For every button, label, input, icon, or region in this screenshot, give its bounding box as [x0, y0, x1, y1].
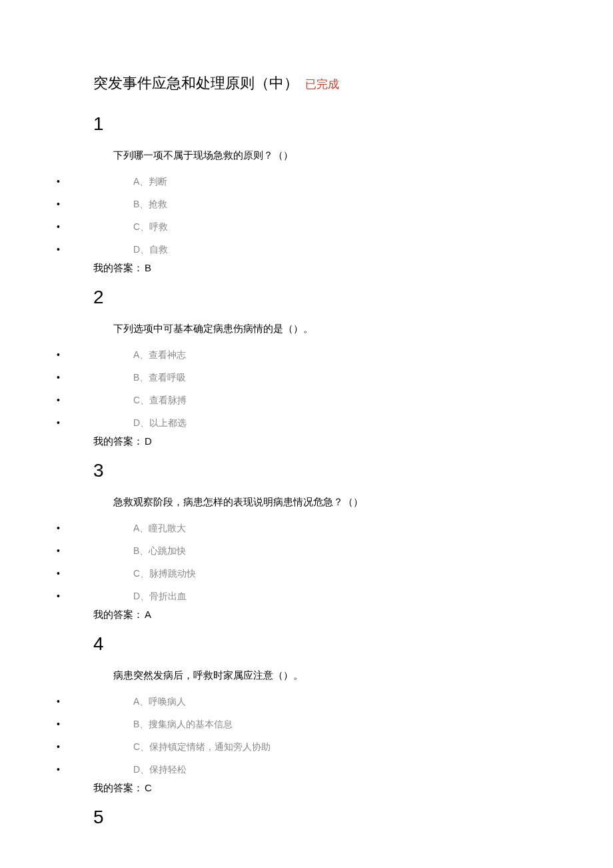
list-item: D、自救 — [93, 238, 613, 261]
option-text: 脉搏跳动快 — [149, 568, 196, 579]
option-text: 搜集病人的基本信息 — [149, 719, 233, 729]
option-label: A、 — [133, 349, 149, 360]
answer-value: C — [145, 782, 152, 793]
question-text: 下列哪一项不属于现场急救的原则？（） — [93, 149, 613, 162]
question-number: 5 — [93, 807, 613, 828]
answer-label: 我的答案： — [93, 262, 143, 273]
option-label: C、 — [133, 221, 149, 232]
answer-row: 我的答案：C — [93, 782, 613, 795]
list-item: B、心跳加快 — [93, 539, 613, 562]
question-number: 2 — [93, 287, 613, 308]
option-label: B、 — [133, 372, 149, 383]
answer-row: 我的答案：A — [93, 609, 613, 621]
option-label: A、 — [133, 696, 149, 707]
answer-value: B — [145, 262, 151, 273]
question-number: 4 — [93, 633, 613, 655]
option-label: D、 — [133, 417, 149, 428]
option-text: 骨折出血 — [149, 591, 187, 601]
answer-label: 我的答案： — [93, 435, 143, 447]
list-item: C、呼救 — [93, 215, 613, 238]
option-text: 呼救 — [149, 221, 168, 232]
option-label: C、 — [133, 568, 149, 579]
answer-row: 我的答案：D — [93, 435, 613, 448]
list-item: B、搜集病人的基本信息 — [93, 713, 613, 735]
option-text: 判断 — [149, 176, 167, 187]
option-label: B、 — [133, 545, 149, 556]
list-item: C、保持镇定情绪，通知旁人协助 — [93, 735, 613, 758]
option-label: B、 — [133, 199, 149, 209]
option-text: 以上都选 — [149, 417, 187, 428]
option-list: A、判断 B、抢救 C、呼救 D、自救 — [93, 170, 613, 261]
list-item: D、骨折出血 — [93, 585, 613, 607]
question-text: 病患突然发病后，呼救时家属应注意（）。 — [93, 669, 613, 682]
option-text: 呼唤病人 — [149, 696, 186, 707]
option-text: 瞳孔散大 — [149, 523, 186, 533]
option-text: 查看神志 — [149, 349, 186, 360]
option-text: 查看呼吸 — [149, 372, 186, 383]
option-label: B、 — [133, 719, 149, 729]
question-number: 1 — [93, 113, 613, 135]
answer-row: 我的答案：B — [93, 262, 613, 275]
option-label: A、 — [133, 176, 149, 187]
answer-label: 我的答案： — [93, 782, 143, 793]
question-text: 下列选项中可基本确定病患伤病情的是（）。 — [93, 323, 613, 335]
list-item: A、判断 — [93, 170, 613, 193]
option-list: A、瞳孔散大 B、心跳加快 C、脉搏跳动快 D、骨折出血 — [93, 517, 613, 607]
list-item: D、保持轻松 — [93, 758, 613, 781]
list-item: A、瞳孔散大 — [93, 517, 613, 539]
question-text: 急救观察阶段，病患怎样的表现说明病患情况危急？（） — [93, 496, 613, 509]
list-item: B、查看呼吸 — [93, 366, 613, 389]
option-text: 心跳加快 — [149, 545, 186, 556]
option-text: 查看脉搏 — [149, 395, 187, 405]
option-text: 抢救 — [149, 199, 167, 209]
option-label: D、 — [133, 244, 149, 255]
answer-label: 我的答案： — [93, 609, 143, 620]
option-label: D、 — [133, 591, 149, 601]
list-item: A、呼唤病人 — [93, 690, 613, 713]
option-label: C、 — [133, 395, 149, 405]
status-badge: 已完成 — [305, 78, 339, 91]
page-title: 突发事件应急和处理原则（中） — [93, 75, 299, 91]
answer-value: A — [145, 609, 151, 620]
option-label: A、 — [133, 523, 149, 533]
list-item: D、以上都选 — [93, 411, 613, 434]
list-item: B、抢救 — [93, 193, 613, 215]
question-number: 3 — [93, 460, 613, 481]
document-content: 突发事件应急和处理原则（中） 已完成 1 下列哪一项不属于现场急救的原则？（） … — [0, 73, 613, 828]
option-label: C、 — [133, 741, 149, 752]
answer-value: D — [145, 435, 152, 447]
list-item: C、脉搏跳动快 — [93, 562, 613, 585]
title-row: 突发事件应急和处理原则（中） 已完成 — [93, 73, 613, 93]
option-text: 保持轻松 — [149, 764, 187, 775]
option-text: 保持镇定情绪，通知旁人协助 — [149, 741, 271, 752]
list-item: A、查看神志 — [93, 343, 613, 366]
list-item: C、查看脉搏 — [93, 389, 613, 411]
option-list: A、呼唤病人 B、搜集病人的基本信息 C、保持镇定情绪，通知旁人协助 D、保持轻… — [93, 690, 613, 781]
option-text: 自救 — [149, 244, 168, 255]
option-label: D、 — [133, 764, 149, 775]
option-list: A、查看神志 B、查看呼吸 C、查看脉搏 D、以上都选 — [93, 343, 613, 434]
